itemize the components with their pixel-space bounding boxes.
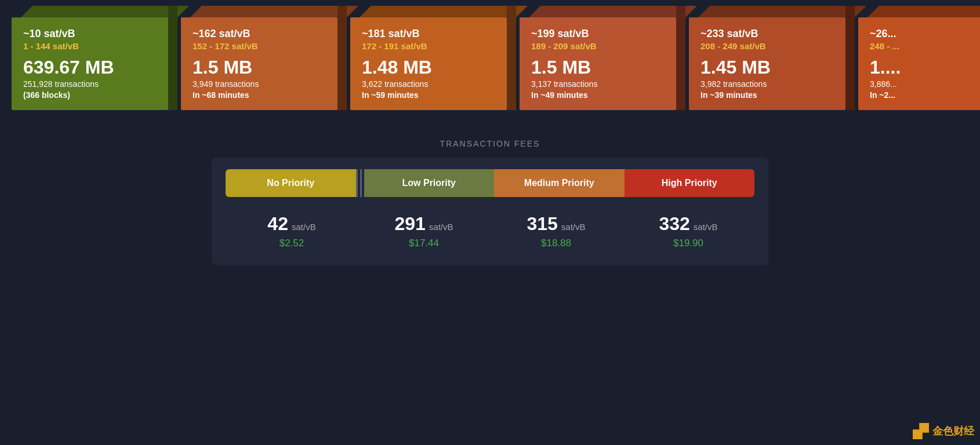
block-face-4: ~233 sat/vB208 - 249 sat/vB1.45 MB3,982 … <box>689 17 845 110</box>
priority-tabs: No PriorityLow PriorityMedium PriorityHi… <box>226 169 754 197</box>
block-transactions-3: 3,137 transactions <box>531 79 665 89</box>
fee-item-fee-low-priority: 291sat/vB$17.44 <box>358 213 490 249</box>
fee-usd-fee-high-priority: $19.90 <box>673 238 703 249</box>
block-time-4: In ~39 minutes <box>700 90 834 100</box>
fee-sat-value-fee-low-priority: 291 <box>394 213 425 235</box>
block-face-1: ~162 sat/vB152 - 172 sat/vB1.5 MB3,949 t… <box>181 17 337 110</box>
fee-sat-row-fee-medium-priority: 315sat/vB <box>527 213 585 235</box>
block-transactions-1: 3,949 transactions <box>193 79 326 89</box>
fee-item-fee-high-priority: 332sat/vB$19.90 <box>622 213 754 249</box>
fees-title: TRANSACTION FEES <box>440 139 540 148</box>
block-transactions-4: 3,982 transactions <box>700 79 834 89</box>
block-sat-range-2: 172 - 191 sat/vB <box>362 41 495 51</box>
fee-sat-unit-fee-high-priority: sat/vB <box>694 222 718 232</box>
priority-tab-low-priority[interactable]: Low Priority <box>364 169 495 197</box>
fee-sat-value-fee-medium-priority: 315 <box>527 213 557 235</box>
block-wrapper-3: ~199 sat/vB189 - 209 sat/vB1.5 MB3,137 t… <box>520 17 676 110</box>
block-time-2: In ~59 minutes <box>362 90 495 100</box>
block-top-2 <box>360 6 528 17</box>
fee-sat-value-fee-no-priority: 42 <box>267 213 288 235</box>
block-size-4: 1.45 MB <box>700 57 834 78</box>
fee-item-fee-no-priority: 42sat/vB$2.52 <box>226 213 358 249</box>
block-wrapper-1: ~162 sat/vB152 - 172 sat/vB1.5 MB3,949 t… <box>181 17 337 110</box>
priority-tab-separator[interactable] <box>356 169 364 197</box>
block-sat-main-3: ~199 sat/vB <box>531 28 665 40</box>
block-time-3: In ~49 minutes <box>531 90 665 100</box>
fee-sat-value-fee-high-priority: 332 <box>659 213 689 235</box>
blocks-section: ~10 sat/vB1 - 144 sat/vB639.67 MB251,928… <box>0 0 980 133</box>
block-right-3 <box>676 6 685 110</box>
block-transactions-0: 251,928 transactions <box>23 79 157 89</box>
block-face-2: ~181 sat/vB172 - 191 sat/vB1.48 MB3,622 … <box>350 17 507 110</box>
block-size-5: 1.... <box>870 57 980 78</box>
block-sat-main-5: ~26... <box>870 28 980 40</box>
block-face-5: ~26...248 - ...1....3,886...In ~2... <box>858 17 980 110</box>
block-sat-range-3: 189 - 209 sat/vB <box>531 41 665 51</box>
block-sat-range-1: 152 - 172 sat/vB <box>193 41 326 51</box>
block-right-1 <box>337 6 347 110</box>
priority-tab-no-priority[interactable]: No Priority <box>226 169 356 197</box>
block-top-0 <box>21 6 189 17</box>
block-sat-range-0: 1 - 144 sat/vB <box>23 41 157 51</box>
block-wrapper-2: ~181 sat/vB172 - 191 sat/vB1.48 MB3,622 … <box>350 17 507 110</box>
block-sat-main-2: ~181 sat/vB <box>362 28 495 40</box>
block-sat-range-4: 208 - 249 sat/vB <box>700 41 834 51</box>
priority-tab-high-priority[interactable]: High Priority <box>625 169 755 197</box>
block-top-3 <box>529 6 697 17</box>
block-face-3: ~199 sat/vB189 - 209 sat/vB1.5 MB3,137 t… <box>520 17 676 110</box>
fee-item-fee-medium-priority: 315sat/vB$18.88 <box>490 213 622 249</box>
block-transactions-2: 3,622 transactions <box>362 79 495 89</box>
block-face-0: ~10 sat/vB1 - 144 sat/vB639.67 MB251,928… <box>12 17 168 110</box>
block-size-3: 1.5 MB <box>531 57 665 78</box>
block-top-4 <box>698 6 866 17</box>
block-right-2 <box>507 6 516 110</box>
fee-usd-fee-low-priority: $17.44 <box>409 238 439 249</box>
fee-sat-row-fee-no-priority: 42sat/vB <box>267 213 315 235</box>
fee-usd-fee-medium-priority: $18.88 <box>541 238 571 249</box>
block-wrapper-0: ~10 sat/vB1 - 144 sat/vB639.67 MB251,928… <box>12 17 168 110</box>
block-wrapper-5: ~26...248 - ...1....3,886...In ~2... <box>858 17 980 110</box>
block-sat-main-4: ~233 sat/vB <box>700 28 834 40</box>
block-right-4 <box>845 6 855 110</box>
fee-sat-unit-fee-medium-priority: sat/vB <box>561 222 586 232</box>
fee-sat-unit-fee-no-priority: sat/vB <box>292 222 316 232</box>
fee-sat-unit-fee-low-priority: sat/vB <box>429 222 453 232</box>
block-size-1: 1.5 MB <box>193 57 326 78</box>
block-time-1: In ~68 minutes <box>193 90 326 100</box>
watermark: 金色财经 <box>913 423 974 439</box>
block-sat-main-0: ~10 sat/vB <box>23 28 157 40</box>
fee-sat-row-fee-low-priority: 291sat/vB <box>394 213 453 235</box>
block-size-2: 1.48 MB <box>362 57 495 78</box>
block-wrapper-4: ~233 sat/vB208 - 249 sat/vB1.45 MB3,982 … <box>689 17 845 110</box>
fee-sat-row-fee-high-priority: 332sat/vB <box>659 213 717 235</box>
block-top-1 <box>190 6 358 17</box>
fee-usd-fee-no-priority: $2.52 <box>280 238 304 249</box>
watermark-icon <box>913 423 929 439</box>
block-time-5: In ~2... <box>870 90 980 100</box>
priority-tab-medium-priority[interactable]: Medium Priority <box>494 169 625 197</box>
block-right-0 <box>168 6 177 110</box>
block-sat-main-1: ~162 sat/vB <box>193 28 326 40</box>
block-time-0: (366 blocks) <box>23 90 157 100</box>
block-top-5 <box>868 6 980 17</box>
fees-values: 42sat/vB$2.52291sat/vB$17.44315sat/vB$18… <box>226 213 754 249</box>
fees-container: No PriorityLow PriorityMedium PriorityHi… <box>212 158 768 265</box>
block-sat-range-5: 248 - ... <box>870 41 980 51</box>
block-transactions-5: 3,886... <box>870 79 980 89</box>
block-size-0: 639.67 MB <box>23 57 157 78</box>
fees-section: TRANSACTION FEES No PriorityLow Priority… <box>0 139 980 289</box>
watermark-text: 金色财经 <box>932 424 974 438</box>
